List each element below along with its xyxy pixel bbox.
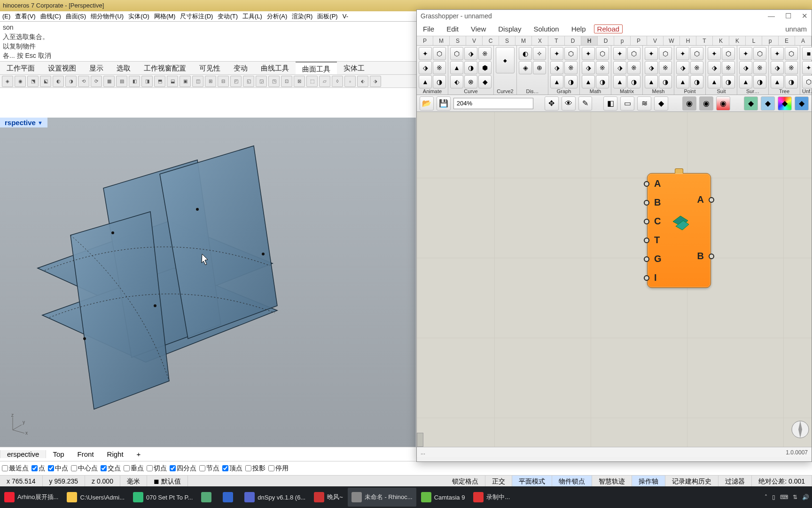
gh-category-tab[interactable]: M bbox=[515, 36, 532, 45]
osnap-item[interactable]: 点 bbox=[31, 464, 45, 473]
minimize-icon[interactable]: — bbox=[768, 12, 775, 20]
rhino-tab[interactable]: 显示 bbox=[83, 62, 110, 74]
doc-icon[interactable]: ▭ bbox=[620, 96, 634, 111]
rhino-tool-button[interactable]: ◨ bbox=[141, 76, 153, 87]
gh-component-button[interactable]: ⬡ bbox=[722, 47, 735, 60]
rhino-tool-button[interactable]: ◱ bbox=[243, 76, 254, 87]
osnap-item[interactable]: 垂点 bbox=[124, 464, 144, 473]
gh-component-button[interactable]: ✦ bbox=[771, 47, 784, 60]
gh-menu-item[interactable]: File bbox=[417, 25, 440, 33]
rhino-menu-item[interactable]: V- bbox=[340, 11, 351, 21]
gh-component-button[interactable]: ▲ bbox=[739, 75, 752, 88]
gh-component-button[interactable]: ⬡ bbox=[564, 47, 578, 60]
rhino-tool-button[interactable]: ⬨ bbox=[344, 76, 356, 87]
tray-battery-icon[interactable]: ▯ bbox=[772, 494, 775, 500]
rhino-tool-button[interactable]: ⬚ bbox=[306, 76, 318, 87]
taskbar-item[interactable]: dnSpy v6.1.8 (6... bbox=[241, 488, 309, 507]
gh-component-button[interactable]: ※ bbox=[785, 61, 798, 74]
gh-component-button[interactable]: ✦ bbox=[582, 47, 595, 60]
gh-menu-item[interactable]: View bbox=[465, 25, 492, 33]
osnap-item[interactable]: 中心点 bbox=[71, 464, 98, 473]
gh-category-tabs[interactable]: PMSVCSMXTDHDpPVWHTKKLpEA bbox=[417, 36, 812, 46]
status-toggle[interactable]: 平面模式 bbox=[512, 476, 552, 487]
rhino-tool-button[interactable]: ⬔ bbox=[27, 76, 39, 87]
status-toggle[interactable]: 操作轴 bbox=[632, 476, 665, 487]
gh-category-tab[interactable]: P bbox=[417, 36, 433, 45]
rhino-menu-item[interactable]: 分析(A) bbox=[265, 11, 289, 21]
status-toggle[interactable]: 锁定格点 bbox=[445, 476, 485, 487]
gh-menu-item[interactable]: Solution bbox=[527, 25, 565, 33]
taskbar-item[interactable]: 录制中... bbox=[469, 488, 514, 507]
osnap-item[interactable]: 投影 bbox=[245, 464, 265, 473]
gh-component-button[interactable]: ▲ bbox=[613, 75, 626, 88]
rhino-menu-item[interactable]: (E) bbox=[0, 11, 13, 21]
rhino-tool-button[interactable]: ⬖ bbox=[357, 76, 368, 87]
gh-component-button[interactable]: ⬡ bbox=[659, 47, 672, 60]
rhino-menu-item[interactable]: 细分物件(U) bbox=[88, 11, 126, 21]
gh-component-button[interactable]: ✦ bbox=[739, 47, 752, 60]
gh-component-button[interactable]: ⬗ bbox=[613, 61, 626, 74]
gh-canvas[interactable]: ABCTGI AB bbox=[417, 112, 812, 447]
gh-component-button[interactable]: ◈ bbox=[519, 61, 532, 74]
output-port[interactable] bbox=[709, 254, 714, 259]
rhino-tab[interactable]: 曲面工具 bbox=[296, 62, 337, 74]
gh-component-button[interactable]: ⊗ bbox=[464, 75, 477, 88]
gh-category-tab[interactable]: H bbox=[680, 36, 696, 45]
gh-component-button[interactable]: ✦ bbox=[645, 47, 658, 60]
gh-component-button[interactable]: ✦ bbox=[708, 47, 721, 60]
gh-canvas-toolbar[interactable]: 📂 💾 ✥ 👁 ✎ ◧ ▭ ≋ ◆ ◉ ◉ ◉ ◆ ◆ ◆ ◆ bbox=[417, 95, 812, 112]
gh-component-button[interactable]: ◑ bbox=[722, 75, 735, 88]
gh-component-button[interactable]: ▲ bbox=[645, 75, 658, 88]
gh-component-button[interactable]: ⬡ bbox=[785, 47, 798, 60]
gh-category-tab[interactable]: A bbox=[795, 36, 812, 45]
lock-icon[interactable]: ◆ bbox=[654, 96, 668, 111]
system-tray[interactable]: ˄ ▯ ⌨ ⇅ 🔊 bbox=[765, 486, 809, 508]
gh-component-button[interactable]: ※ bbox=[433, 61, 446, 74]
rhino-menu-item[interactable]: 渲染(R) bbox=[289, 11, 315, 21]
viewport-menu-arrow[interactable]: ▼ bbox=[38, 120, 43, 126]
gh-component-button[interactable]: ⬗ bbox=[550, 61, 563, 74]
taskbar-item[interactable] bbox=[219, 488, 240, 507]
shade-red-icon[interactable]: ◉ bbox=[716, 96, 730, 111]
gh-component-button[interactable]: ◆ bbox=[478, 75, 492, 88]
gh-category-tab[interactable]: V bbox=[647, 36, 664, 45]
gh-component-button[interactable]: ※ bbox=[478, 47, 492, 60]
gh-component-button[interactable]: ▲ bbox=[708, 75, 721, 88]
rhino-menu-item[interactable]: 实体(O) bbox=[126, 11, 152, 21]
rhino-view-tab[interactable]: Top bbox=[46, 450, 70, 458]
gh-titlebar[interactable]: Grasshopper - unnamed — ☐ ✕ bbox=[417, 10, 812, 22]
rhino-status-bar[interactable]: x 765.514y 959.235z 0.000毫米◼ 默认值锁定格点正交平面… bbox=[0, 475, 812, 486]
rhino-view-tab[interactable]: Front bbox=[71, 450, 101, 458]
gh-category-tab[interactable]: W bbox=[664, 36, 680, 45]
rhino-tool-button[interactable]: ◳ bbox=[268, 76, 280, 87]
rhino-tab[interactable]: 工作平面 bbox=[0, 62, 41, 74]
gh-component-button[interactable]: ▲ bbox=[582, 75, 595, 88]
zoom-extents-icon[interactable]: ✥ bbox=[545, 96, 559, 111]
gh-category-tab[interactable]: D bbox=[565, 36, 581, 45]
gh-component-button[interactable]: ※ bbox=[564, 61, 578, 74]
rhino-tool-button[interactable]: ▱ bbox=[319, 76, 330, 87]
gh-component-button[interactable]: ◑ bbox=[659, 75, 672, 88]
open-file-icon[interactable]: 📂 bbox=[420, 96, 434, 111]
gh-component-button[interactable]: ✦ bbox=[613, 47, 626, 60]
rhino-menu-item[interactable]: 网格(M) bbox=[152, 11, 178, 21]
rhino-tool-button[interactable]: ◫ bbox=[192, 76, 203, 87]
osnap-item[interactable]: 切点 bbox=[147, 464, 167, 473]
taskbar-item[interactable]: 晚风~ bbox=[310, 488, 347, 507]
rhino-tool-button[interactable]: ◊ bbox=[332, 76, 343, 87]
taskbar-item[interactable]: Camtasia 9 bbox=[417, 488, 469, 507]
rhino-menu-item[interactable]: 变动(T) bbox=[215, 11, 240, 21]
rhino-menu-item[interactable]: 查看(V) bbox=[13, 11, 38, 21]
gh-component-button[interactable]: ✦ bbox=[676, 47, 689, 60]
gh-component-button[interactable]: ※ bbox=[753, 61, 766, 74]
gh-category-tab[interactable]: K bbox=[713, 36, 729, 45]
gh-component-button[interactable]: ※ bbox=[627, 61, 640, 74]
gh-component-button[interactable]: ⊕ bbox=[533, 61, 546, 74]
preview-icon[interactable]: 👁 bbox=[562, 96, 576, 111]
rhino-view-tab[interactable]: + bbox=[130, 450, 148, 458]
status-toggle[interactable]: 正交 bbox=[485, 476, 512, 487]
preview-blue-icon[interactable]: ◆ bbox=[761, 96, 775, 111]
rhino-tool-button[interactable]: ◈ bbox=[2, 76, 13, 87]
gh-component-button[interactable]: ▲ bbox=[771, 75, 784, 88]
gh-category-tab[interactable]: C bbox=[483, 36, 499, 45]
